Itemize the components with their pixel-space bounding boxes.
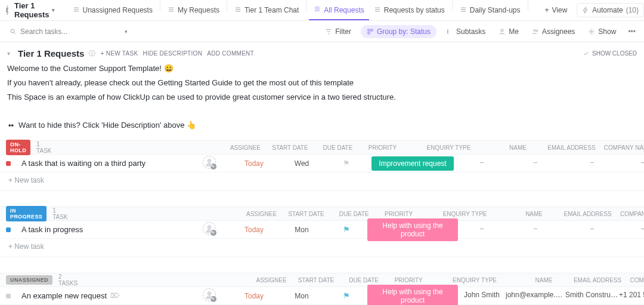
collapse-chevron-icon[interactable]: ▾ xyxy=(7,50,13,57)
hide-description-button[interactable]: HIDE DESCRIPTION xyxy=(143,50,202,57)
view-tab[interactable]: Requests by status xyxy=(369,0,450,20)
automate-button[interactable]: Automate (10) xyxy=(577,3,644,17)
col-enquiry-type[interactable]: ENQUIRY TYPE xyxy=(403,144,494,151)
enquiry-type-cell[interactable]: Help with using the product xyxy=(367,285,458,305)
priority-flag-icon[interactable]: ⚑ xyxy=(326,291,367,300)
new-task-button[interactable]: + New task xyxy=(0,239,644,257)
email-cell[interactable]: – xyxy=(506,158,565,168)
col-assignee[interactable]: ASSIGNEE xyxy=(224,144,266,151)
phone-cell[interactable]: +1 201 555 555 xyxy=(619,291,644,301)
new-task-button[interactable]: + New task xyxy=(0,172,644,191)
status-square[interactable] xyxy=(6,294,11,298)
col-email[interactable]: EMAIL ADDRESS xyxy=(558,211,618,217)
svg-rect-6 xyxy=(368,32,370,34)
enquiry-type-cell[interactable]: Improvement request xyxy=(367,156,458,171)
col-name[interactable]: NAME xyxy=(510,211,558,217)
company-cell[interactable]: – xyxy=(565,158,619,168)
view-tab-label: Requests by status xyxy=(384,6,445,14)
company-cell[interactable]: – xyxy=(565,224,619,235)
email-cell[interactable]: john@example.com xyxy=(506,291,565,301)
group-icon xyxy=(367,28,374,35)
col-email[interactable]: EMAIL ADDRESS xyxy=(568,277,627,284)
list-title: Tier 1 Requests xyxy=(18,48,84,58)
due-date-cell[interactable]: Wed xyxy=(278,159,326,168)
col-enquiry-type[interactable]: ENQUIRY TYPE xyxy=(420,211,510,217)
view-tab-label: Tier 1 Team Chat xyxy=(244,6,299,14)
col-priority[interactable]: PRIORITY xyxy=(388,277,429,284)
me-button[interactable]: Me xyxy=(495,25,522,38)
due-date-cell[interactable]: Mon xyxy=(278,226,326,234)
search-input[interactable]: Search tasks... ▾ xyxy=(6,25,131,38)
phone-cell[interactable]: – xyxy=(619,158,644,168)
name-cell[interactable]: – xyxy=(458,224,506,235)
show-button[interactable]: Show xyxy=(584,25,620,38)
task-row[interactable]: A task in progress + Today Mon ⚑ Help wi… xyxy=(0,221,644,239)
start-date-cell[interactable]: Today xyxy=(230,226,278,234)
task-row[interactable]: An example new request⌦ + Today Mon ⚑ He… xyxy=(0,287,644,305)
phone-cell[interactable]: – xyxy=(619,224,644,235)
more-icon[interactable]: ••• xyxy=(626,27,638,36)
company-cell[interactable]: Smith Construction xyxy=(565,291,619,301)
col-due-date[interactable]: DUE DATE xyxy=(314,144,361,151)
status-square[interactable] xyxy=(6,161,11,166)
status-pill[interactable]: ON-HOLD xyxy=(6,140,30,155)
col-name[interactable]: NAME xyxy=(520,277,568,284)
add-view-button[interactable]: + View xyxy=(540,2,572,18)
svg-point-10 xyxy=(591,30,593,32)
task-name[interactable]: A task that is waiting on a third party xyxy=(21,159,188,168)
subtasks-button[interactable]: Subtasks xyxy=(442,25,489,38)
filter-button[interactable]: Filter xyxy=(321,25,355,38)
col-start-date[interactable]: START DATE xyxy=(292,277,340,284)
col-priority[interactable]: PRIORITY xyxy=(361,144,403,151)
col-priority[interactable]: PRIORITY xyxy=(378,211,420,217)
show-closed-toggle[interactable]: SHOW CLOSED xyxy=(583,50,637,57)
col-due-date[interactable]: DUE DATE xyxy=(330,211,378,217)
chevron-down-icon: ▾ xyxy=(52,7,55,13)
task-name[interactable]: An example new request⌦ xyxy=(21,291,188,300)
add-comment-button[interactable]: ADD COMMENT xyxy=(207,50,254,57)
col-name[interactable]: NAME xyxy=(494,144,541,151)
space-title[interactable]: Tier 1 Requests▾ xyxy=(11,1,58,19)
col-company[interactable]: COMPANY NAME xyxy=(627,277,644,284)
group-by-button[interactable]: Group by: Status xyxy=(361,25,436,38)
info-icon[interactable]: ⓘ xyxy=(89,49,95,58)
enquiry-type-cell[interactable]: Help with using the product xyxy=(367,218,458,241)
due-date-cell[interactable]: Mon xyxy=(278,292,326,300)
status-square[interactable] xyxy=(6,227,11,232)
task-row[interactable]: A task that is waiting on a third party … xyxy=(0,155,644,172)
priority-flag-icon[interactable]: ⚑ xyxy=(326,159,367,168)
assignee-avatar: + xyxy=(203,156,216,169)
assignee-cell[interactable]: + xyxy=(188,156,230,171)
col-company[interactable]: COMPANY NAME xyxy=(601,144,644,151)
email-cell[interactable]: – xyxy=(506,224,565,235)
plus-icon: + xyxy=(210,296,216,302)
name-cell[interactable]: – xyxy=(458,158,506,168)
status-pill[interactable]: UNASSIGNED xyxy=(6,275,52,285)
bolt-icon xyxy=(582,7,589,14)
col-company[interactable]: COMPANY NAME xyxy=(618,211,644,217)
col-email[interactable]: EMAIL ADDRESS xyxy=(541,144,601,151)
view-tab[interactable]: Daily Stand-ups xyxy=(455,0,525,20)
col-assignee[interactable]: ASSIGNEE xyxy=(250,277,292,284)
col-due-date[interactable]: DUE DATE xyxy=(340,277,388,284)
col-enquiry-type[interactable]: ENQUIRY TYPE xyxy=(429,277,520,284)
assignee-cell[interactable]: + xyxy=(188,222,230,237)
col-start-date[interactable]: START DATE xyxy=(266,144,314,151)
filter-bar: Search tasks... ▾ Filter Group by: Statu… xyxy=(0,21,644,42)
start-date-cell[interactable]: Today xyxy=(230,292,278,300)
col-assignee[interactable]: ASSIGNEE xyxy=(241,211,283,217)
new-task-button[interactable]: + NEW TASK xyxy=(100,50,138,57)
view-tab[interactable]: Tier 1 Team Chat xyxy=(230,0,304,20)
task-name[interactable]: A task in progress xyxy=(21,225,188,234)
view-tab[interactable]: All Requests xyxy=(309,0,369,20)
view-tab[interactable]: Unassigned Requests xyxy=(68,0,157,20)
assignees-button[interactable]: Assignees xyxy=(528,25,578,38)
priority-flag-icon[interactable]: ⚑ xyxy=(326,225,367,234)
assignee-cell[interactable]: + xyxy=(188,288,230,303)
name-cell[interactable]: John Smith xyxy=(458,291,506,301)
col-start-date[interactable]: START DATE xyxy=(283,211,330,217)
plus-icon: + xyxy=(210,230,216,236)
start-date-cell[interactable]: Today xyxy=(230,159,278,168)
view-tab[interactable]: My Requests xyxy=(163,0,224,20)
subtasks-icon xyxy=(446,28,453,35)
